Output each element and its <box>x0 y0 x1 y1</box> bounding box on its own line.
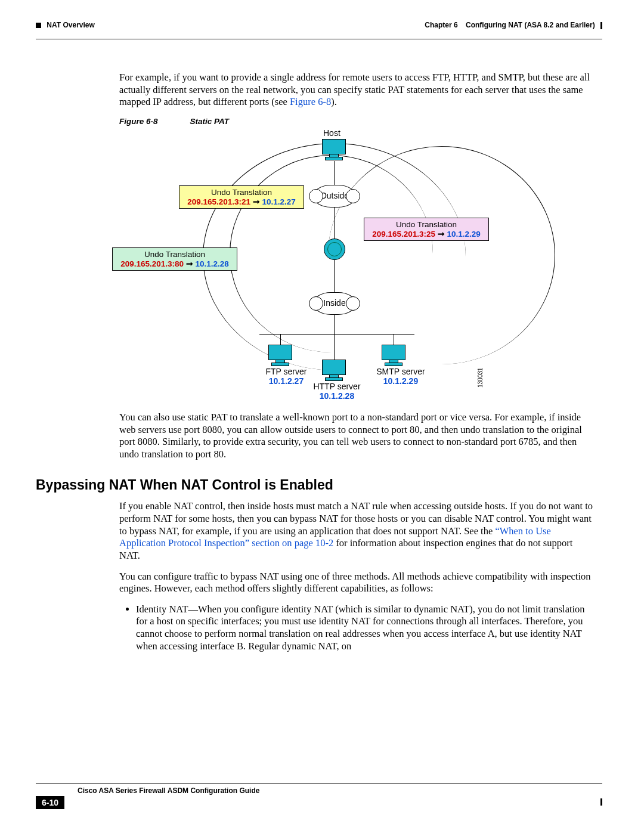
callout-ftp-dst: 10.1.2.27 <box>262 197 296 206</box>
arrow-icon: ➞ <box>438 230 447 239</box>
drop-smtp <box>394 334 394 346</box>
smtp-label: SMTP server 10.1.2.29 <box>371 367 431 386</box>
para1-text: For example, if you want to provide a si… <box>119 72 590 107</box>
host-icon <box>322 139 346 159</box>
outside-cloud: Outside <box>313 185 356 208</box>
figure-caption: Figure 6-8Static PAT <box>119 117 593 126</box>
smtp-ip: 10.1.2.29 <box>383 376 418 386</box>
callout-smtp-title: Undo Translation <box>396 220 457 229</box>
page-number: 6-10 <box>36 796 64 809</box>
drop-ftp <box>280 334 281 346</box>
http-label: HTTP server 10.1.2.28 <box>307 382 367 401</box>
http-text: HTTP server <box>313 382 360 391</box>
ftp-label: FTP server 10.1.2.27 <box>259 367 313 386</box>
smtp-text: SMTP server <box>376 367 425 376</box>
footer-guide: Cisco ASA Series Firewall ASDM Configura… <box>78 786 602 795</box>
image-id: 130031 <box>477 368 484 388</box>
para2: You can also use static PAT to translate… <box>119 411 593 461</box>
callout-http-src: 209.165.201.3:80 <box>120 259 184 268</box>
chapter-title: Configuring NAT (ASA 8.2 and Earlier) <box>466 21 595 29</box>
running-header: Chapter 6 Configuring NAT (ASA 8.2 and E… <box>36 21 602 29</box>
header-square-icon <box>36 23 41 28</box>
arrow-icon: ➞ <box>253 197 262 206</box>
para4: You can configure traffic to bypass NAT … <box>119 571 593 595</box>
section-heading: Bypassing NAT When NAT Control is Enable… <box>36 477 593 493</box>
footer-rule <box>36 784 602 784</box>
para1-tail: ). <box>331 96 337 107</box>
figure-diagram: Host Outside Inside FTP server 10.1.2.27… <box>107 128 578 405</box>
http-server-icon <box>322 360 346 380</box>
callout-http-dst: 10.1.2.28 <box>196 259 229 268</box>
host-label: Host <box>323 128 340 138</box>
figure-ref-link[interactable]: Figure 6-8 <box>290 96 331 107</box>
ftp-ip: 10.1.2.27 <box>269 376 304 386</box>
header-section: NAT Overview <box>47 21 94 29</box>
callout-ftp: Undo Translation 209.165.201.3:21 ➞ 10.1… <box>179 185 304 209</box>
http-ip: 10.1.2.28 <box>320 391 354 401</box>
page: Chapter 6 Configuring NAT (ASA 8.2 and E… <box>0 0 644 833</box>
footer: Cisco ASA Series Firewall ASDM Configura… <box>36 784 602 809</box>
outside-label: Outside <box>320 191 349 200</box>
callout-smtp: Undo Translation 209.165.201.3:25 ➞ 10.1… <box>364 218 489 241</box>
callout-http: Undo Translation 209.165.201.3:80 ➞ 10.1… <box>112 247 237 271</box>
content-column: For example, if you want to provide a si… <box>119 72 593 656</box>
inside-label: Inside <box>323 298 345 308</box>
callout-smtp-src: 209.165.201.3:25 <box>372 230 435 239</box>
smtp-server-icon <box>382 345 405 365</box>
ftp-server-icon <box>268 345 292 365</box>
chapter-number: Chapter 6 <box>425 21 457 29</box>
header-bar-icon <box>600 22 602 29</box>
figure-title: Static PAT <box>190 117 230 126</box>
bus-line <box>259 334 414 335</box>
footer-bar-icon <box>600 798 602 806</box>
callout-ftp-src: 209.165.201.3:21 <box>187 197 250 206</box>
callout-smtp-dst: 10.1.2.29 <box>447 230 481 239</box>
callout-http-title: Undo Translation <box>144 250 205 259</box>
asa-device-icon <box>324 239 345 260</box>
header-rule <box>36 39 602 39</box>
intro-paragraph: For example, if you want to provide a si… <box>119 72 593 109</box>
header-right: Chapter 6 Configuring NAT (ASA 8.2 and E… <box>425 21 602 29</box>
figure-number: Figure 6-8 <box>119 117 158 126</box>
callout-ftp-title: Undo Translation <box>211 188 272 197</box>
drop-http <box>334 334 335 361</box>
arrow-icon: ➞ <box>186 259 196 268</box>
bullet-list: Identity NAT—When you configure identity… <box>119 603 593 653</box>
arc-right <box>328 146 555 364</box>
header-left: NAT Overview <box>36 21 95 29</box>
para3: If you enable NAT control, then inside h… <box>119 500 593 562</box>
ftp-text: FTP server <box>266 367 307 376</box>
bullet-identity-nat: Identity NAT—When you configure identity… <box>136 603 593 653</box>
inside-cloud: Inside <box>313 292 356 315</box>
